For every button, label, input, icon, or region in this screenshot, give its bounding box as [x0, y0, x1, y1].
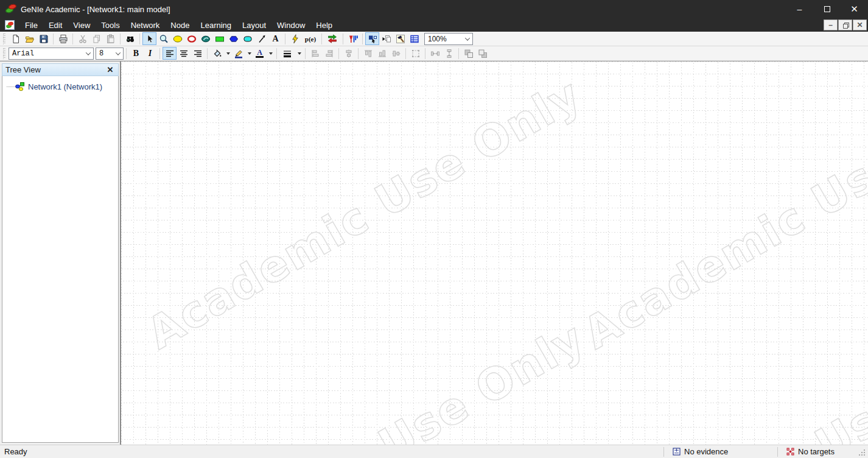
menu-learning[interactable]: Learning — [195, 18, 237, 32]
align-tops-button — [361, 47, 375, 60]
fill-color-dropdown[interactable] — [224, 47, 231, 60]
equation-node-tool[interactable] — [198, 32, 212, 45]
status-bar: Ready No evidence No targets — [0, 445, 868, 458]
tree-view-body[interactable]: Network1 (Network1) — [2, 76, 119, 443]
bold-button[interactable]: B — [129, 47, 143, 60]
menu-node[interactable]: Node — [165, 18, 195, 32]
toolbar-separator — [285, 33, 285, 44]
menu-help[interactable]: Help — [310, 18, 338, 32]
dropdown-arrow-icon — [248, 52, 251, 55]
window-close-button[interactable]: ✕ — [841, 0, 868, 18]
dropdown-chevron-icon[interactable] — [83, 52, 93, 55]
maximize-icon — [824, 6, 830, 12]
menu-window[interactable]: Window — [271, 18, 310, 32]
invert-arc-button[interactable] — [324, 32, 340, 45]
text-color-bar — [256, 56, 264, 58]
align-center-button[interactable] — [177, 47, 191, 60]
update-beliefs-button[interactable] — [288, 32, 302, 45]
select-tool-button[interactable] — [142, 32, 156, 45]
line-color-dropdown[interactable] — [245, 47, 253, 60]
text-color-button[interactable]: A — [253, 47, 267, 60]
window-minimize-button[interactable]: – — [786, 0, 813, 18]
tree-item-label: Network1 (Network1) — [28, 82, 102, 91]
text-color-dropdown[interactable] — [267, 47, 274, 60]
probability-of-evidence-button[interactable]: p(e) — [302, 32, 319, 45]
dropdown-arrow-icon — [226, 52, 230, 55]
toolbar-separator — [276, 48, 277, 59]
decision-node-tool[interactable] — [212, 32, 226, 45]
value-of-information-button[interactable] — [346, 32, 360, 45]
mdi-close-button[interactable]: ✕ — [853, 19, 867, 30]
mdi-restore-button[interactable] — [838, 19, 852, 30]
toolbar-separator — [139, 33, 140, 44]
zoom-tool-button[interactable] — [156, 32, 170, 45]
font-size-value: 8 — [99, 49, 103, 58]
clone-view-button[interactable] — [379, 32, 393, 45]
space-across-button — [428, 47, 442, 60]
new-network-button[interactable] — [9, 32, 23, 45]
document-logo-icon — [5, 20, 15, 30]
align-left-button[interactable] — [163, 47, 177, 60]
toolbar-separator — [321, 33, 322, 44]
dropdown-arrow-icon — [298, 52, 301, 55]
deterministic-node-tool[interactable] — [184, 32, 198, 45]
tree-view-title: Tree View — [5, 65, 41, 74]
save-button[interactable] — [37, 32, 51, 45]
menu-view[interactable]: View — [68, 18, 96, 32]
font-size-combo[interactable]: 8 — [96, 48, 124, 60]
spreadsheet-view-button[interactable] — [407, 32, 421, 45]
dropdown-chevron-icon[interactable] — [113, 52, 123, 55]
menu-tools[interactable]: Tools — [96, 18, 125, 32]
paste-button — [103, 32, 117, 45]
chance-node-tool[interactable] — [170, 32, 184, 45]
zoom-level-combo[interactable]: 100% — [424, 33, 473, 45]
find-button[interactable] — [123, 32, 137, 45]
line-width-dropdown[interactable] — [295, 47, 303, 60]
window-maximize-button[interactable] — [813, 0, 841, 18]
toolbar-separator — [72, 33, 73, 44]
tree-item-network1[interactable]: Network1 (Network1) — [2, 81, 118, 92]
menu-network[interactable]: Network — [125, 18, 166, 32]
dropdown-chevron-icon[interactable] — [463, 37, 472, 41]
font-family-combo[interactable]: Arial — [9, 48, 94, 60]
align-right-button[interactable] — [191, 47, 205, 60]
line-color-button[interactable] — [231, 47, 245, 60]
main-area: Tree View ✕ Network1 (Network1) Academic… — [0, 61, 868, 445]
menu-layout[interactable]: Layout — [237, 18, 271, 32]
toolbar-separator — [207, 48, 208, 59]
tree-view-close-button[interactable]: ✕ — [105, 65, 115, 75]
textbox-tool-button[interactable]: A — [268, 32, 282, 45]
italic-button[interactable]: I — [143, 47, 157, 60]
evidence-status-pane: No evidence — [664, 445, 777, 458]
letter-a-icon: A — [257, 49, 262, 56]
bring-to-front-button — [461, 47, 475, 60]
menu-edit[interactable]: Edit — [43, 18, 68, 32]
menu-bar: File Edit View Tools Network Node Learni… — [0, 18, 868, 32]
open-file-button[interactable] — [23, 32, 37, 45]
print-button[interactable] — [56, 32, 70, 45]
restore-icon — [843, 23, 848, 27]
node-view-mode-button[interactable] — [365, 32, 379, 45]
mau-node-tool[interactable] — [240, 32, 254, 45]
resize-grip[interactable] — [857, 448, 867, 458]
network-properties-button[interactable] — [393, 32, 407, 45]
cut-button — [75, 32, 89, 45]
snap-to-grid-button — [408, 47, 422, 60]
line-width-button[interactable] — [279, 47, 295, 60]
bold-label: B — [133, 49, 139, 58]
targets-status-text: No targets — [798, 447, 835, 456]
toolbar-grip[interactable] — [3, 33, 5, 44]
arc-tool-button[interactable] — [254, 32, 268, 45]
toolbar-grip[interactable] — [3, 48, 5, 59]
utility-node-tool[interactable] — [226, 32, 240, 45]
toolbar-separator — [120, 33, 121, 44]
evidence-icon — [673, 448, 681, 456]
network-canvas[interactable]: Academic Use Only Academic Use Only Acad… — [121, 62, 868, 445]
toolbar-separator — [362, 33, 363, 44]
tree-view-header[interactable]: Tree View ✕ — [2, 63, 119, 76]
menu-file[interactable]: File — [19, 18, 43, 32]
toolbar-separator — [425, 48, 425, 59]
fill-color-button[interactable] — [210, 47, 224, 60]
mdi-minimize-button[interactable]: – — [824, 19, 838, 30]
font-family-value: Arial — [12, 49, 34, 58]
